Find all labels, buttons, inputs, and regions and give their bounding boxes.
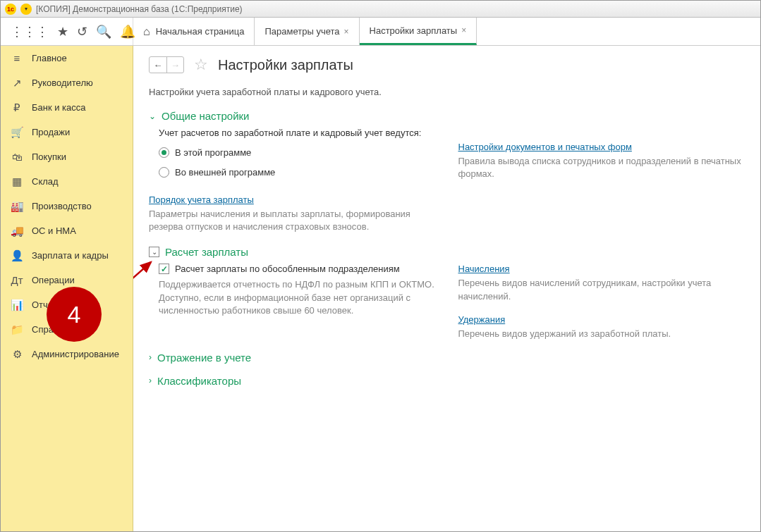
general-columns: Учет расчетов по заработной плате и кадр… — [149, 128, 745, 246]
sidebar-item[interactable]: ≡Главное — [1, 46, 133, 70]
record-keeping-label: Учет расчетов по заработной плате и кадр… — [149, 128, 436, 138]
radio-icon — [159, 147, 169, 158]
radio-label: Во внешней программе — [175, 167, 275, 178]
collapse-box-icon: ⌄ — [149, 247, 159, 257]
tabs-row: ⋮⋮⋮ ★ ↺ 🔍 🔔 ⌂ Начальная страница Парамет… — [1, 18, 760, 46]
sidebar-label: Банк и касса — [32, 102, 86, 113]
sidebar-icon: 🛒 — [11, 126, 23, 139]
deductions-link[interactable]: Удержания — [458, 314, 506, 325]
salary-columns: ✓ Расчет зарплаты по обособленным подраз… — [149, 264, 745, 352]
separate-divisions-checkbox-row[interactable]: ✓ Расчет зарплаты по обособленным подраз… — [149, 264, 436, 274]
chevron-right-icon: › — [149, 352, 152, 362]
sidebar-label: Продажи — [32, 127, 70, 137]
section-title: Общие настройки — [162, 110, 250, 122]
section-general-header[interactable]: ⌄ Общие настройки — [149, 110, 745, 122]
content-area: ← → ☆ Настройки зарплаты Настройки учета… — [133, 46, 760, 531]
annotation-number: 4 — [68, 301, 81, 328]
sidebar-icon: ₽ — [11, 101, 23, 114]
sidebar-label: Операции — [32, 275, 75, 285]
close-icon[interactable]: × — [461, 25, 466, 35]
section-title: Отражение в учете — [157, 352, 251, 364]
sidebar-item[interactable]: 🛒Продажи — [1, 120, 133, 144]
sidebar-icon: ↗ — [11, 77, 23, 89]
close-icon[interactable]: × — [344, 27, 349, 37]
star-icon[interactable]: ★ — [57, 24, 68, 39]
general-right: Настройки документов и печатных форм Пра… — [458, 128, 745, 246]
sidebar-label: Склад — [32, 176, 59, 187]
tab-label: Начальная страница — [156, 26, 245, 37]
salary-right: Начисления Перечень видов начислений сот… — [458, 264, 745, 352]
tabs-container: ⌂ Начальная страница Параметры учета × Н… — [133, 18, 477, 45]
section-title: Классификаторы — [157, 375, 241, 387]
favorite-icon[interactable]: ☆ — [194, 56, 208, 74]
sidebar-item[interactable]: ▦Склад — [1, 169, 133, 194]
sidebar-icon: Дт — [11, 274, 23, 286]
sidebar-label: Производство — [32, 201, 92, 211]
section-title: Расчет зарплаты — [165, 246, 248, 258]
nav-buttons: ← → — [149, 56, 184, 73]
window-titlebar: 1c ▾ [КОПИЯ] Демонстрационная база (1С:П… — [1, 1, 760, 18]
checkbox-label: Расчет зарплаты по обособленным подразде… — [175, 264, 400, 274]
sidebar-label: ОС и НМА — [32, 225, 76, 236]
accruals-link[interactable]: Начисления — [458, 264, 510, 274]
salary-left: ✓ Расчет зарплаты по обособленным подраз… — [149, 264, 436, 352]
sidebar-label: Зарплата и кадры — [32, 250, 109, 261]
sidebar-label: Руководителю — [32, 78, 93, 88]
sidebar-label: Покупки — [32, 151, 66, 162]
apps-icon[interactable]: ⋮⋮⋮ — [11, 24, 49, 39]
search-icon[interactable]: 🔍 — [96, 24, 111, 39]
sidebar-icon: ≡ — [11, 52, 23, 64]
page-header: ← → ☆ Настройки зарплаты — [149, 56, 745, 74]
accruals-desc: Перечень видов начислений сотрудникам, н… — [458, 277, 745, 302]
main-layout: ≡Главное↗Руководителю₽Банк и касса🛒Прода… — [1, 46, 760, 531]
sidebar-item[interactable]: ↗Руководителю — [1, 70, 133, 95]
tab-accounting-params[interactable]: Параметры учета × — [255, 18, 359, 45]
sidebar-item[interactable]: ⚙Администрирование — [1, 342, 133, 366]
radio-this-program[interactable]: В этой программе — [159, 142, 436, 162]
sidebar-icon: 🛍 — [11, 151, 23, 163]
checkbox-checked-icon: ✓ — [159, 264, 169, 274]
sidebar-item[interactable]: 🚚ОС и НМА — [1, 218, 133, 243]
tab-salary-settings[interactable]: Настройки зарплаты × — [360, 18, 477, 45]
window-title: [КОПИЯ] Демонстрационная база (1С:Предпр… — [36, 4, 243, 14]
section-classifiers-header[interactable]: › Классификаторы — [149, 375, 745, 387]
page-title: Настройки зарплаты — [218, 57, 353, 73]
separate-divisions-desc: Поддерживается отчетность по НДФЛ по раз… — [149, 278, 436, 317]
sidebar-icon: ⚙ — [11, 348, 23, 361]
sidebar-icon: ▦ — [11, 175, 23, 188]
chevron-down-icon: ⌄ — [149, 111, 156, 121]
sidebar-item[interactable]: 🛍Покупки — [1, 144, 133, 169]
sidebar-item[interactable]: 🏭Производство — [1, 194, 133, 218]
back-button[interactable]: ← — [150, 57, 166, 73]
tab-label: Параметры учета — [264, 26, 339, 37]
radio-icon — [159, 167, 169, 178]
sidebar-icon: 📊 — [11, 299, 23, 311]
tab-label: Настройки зарплаты — [370, 25, 458, 36]
tab-home[interactable]: ⌂ Начальная страница — [133, 18, 255, 45]
forward-button[interactable]: → — [166, 57, 183, 73]
sidebar-icon: 🏭 — [11, 200, 23, 213]
program-radio-group: В этой программе Во внешней программе — [149, 142, 436, 182]
documents-print-settings-link[interactable]: Настройки документов и печатных форм — [458, 142, 632, 152]
radio-label: В этой программе — [175, 147, 251, 158]
section-reflection-header[interactable]: › Отражение в учете — [149, 352, 745, 364]
documents-print-desc: Правила вывода списка сотрудников и подр… — [458, 155, 745, 180]
section-salary-header[interactable]: ⌄ Расчет зарплаты — [149, 246, 745, 258]
sidebar-icon: 🚚 — [11, 225, 23, 237]
annotation-badge: 4 — [47, 287, 102, 342]
quick-toolbar: ⋮⋮⋮ ★ ↺ 🔍 🔔 — [1, 18, 133, 45]
salary-accounting-procedure-link[interactable]: Порядок учета зарплаты — [149, 194, 254, 205]
sidebar-item[interactable]: 👤Зарплата и кадры — [1, 243, 133, 268]
chevron-right-icon: › — [149, 376, 152, 385]
dropdown-icon[interactable]: ▾ — [20, 4, 32, 15]
deductions-desc: Перечень видов удержаний из заработной п… — [458, 328, 745, 340]
sidebar-label: Главное — [32, 53, 67, 63]
radio-external-program[interactable]: Во внешней программе — [159, 162, 436, 182]
history-icon[interactable]: ↺ — [77, 24, 87, 39]
salary-procedure-desc: Параметры начисления и выплаты зарплаты,… — [149, 208, 436, 233]
app-logo-icon: 1c — [5, 4, 16, 15]
sidebar-label: Администрирование — [32, 349, 119, 359]
sidebar-icon: 👤 — [11, 249, 23, 262]
home-icon: ⌂ — [143, 25, 150, 38]
sidebar-item[interactable]: ₽Банк и касса — [1, 95, 133, 120]
